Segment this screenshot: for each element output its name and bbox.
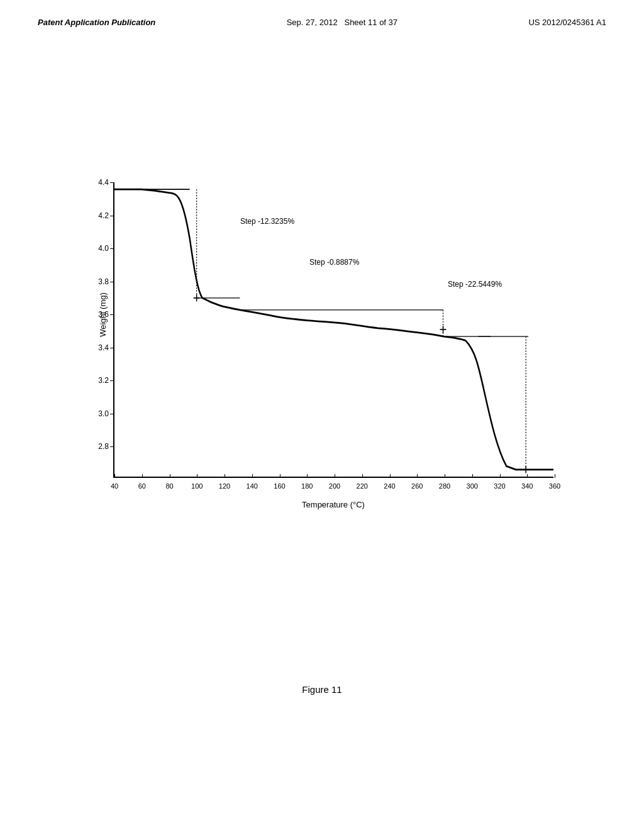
chart-area: 4.4 4.2 4.0 3.8 3.6 3.4 — [113, 182, 553, 478]
step2-label: Step -0.8887% — [309, 258, 359, 267]
x-axis-label: Temperature (°C) — [113, 500, 553, 509]
header-right: US 2012/0245361 A1 — [528, 18, 606, 27]
step3-label: Step -22.5449% — [448, 280, 502, 289]
step1-label: Step -12.3235% — [240, 217, 294, 226]
header: Patent Application Publication Sep. 27, … — [0, 0, 644, 27]
chart-svg — [114, 182, 553, 477]
page: Patent Application Publication Sep. 27, … — [0, 0, 644, 830]
header-left: Patent Application Publication — [38, 18, 155, 27]
tga-curve — [114, 189, 553, 470]
chart-container: Weight (mg) — [75, 182, 566, 516]
header-date: Sep. 27, 2012 Sheet 11 of 37 — [287, 18, 397, 27]
figure-caption: Figure 11 — [0, 684, 644, 695]
